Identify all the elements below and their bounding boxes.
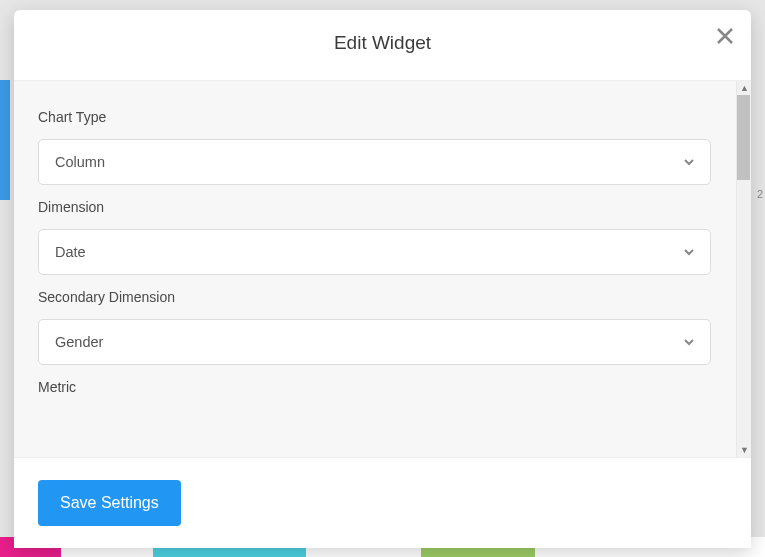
dimension-label: Dimension xyxy=(38,199,711,215)
scrollbar-thumb[interactable] xyxy=(737,95,750,180)
scroll-up-arrow-icon[interactable]: ▲ xyxy=(737,81,751,95)
chevron-down-icon xyxy=(682,155,696,169)
secondary-dimension-group: Secondary Dimension Gender xyxy=(38,289,711,365)
chart-type-label: Chart Type xyxy=(38,109,711,125)
metric-group: Metric xyxy=(38,379,711,395)
scroll-down-arrow-icon[interactable]: ▼ xyxy=(737,443,751,457)
close-button[interactable] xyxy=(713,24,737,48)
secondary-dimension-select[interactable]: Gender xyxy=(38,319,711,365)
chevron-down-icon xyxy=(682,245,696,259)
modal-body: Chart Type Column Dimension Date xyxy=(14,81,751,457)
chart-type-group: Chart Type Column xyxy=(38,109,711,185)
modal-footer: Save Settings xyxy=(14,457,751,548)
chevron-down-icon xyxy=(682,335,696,349)
chart-type-value: Column xyxy=(55,154,105,170)
secondary-dimension-value: Gender xyxy=(55,334,103,350)
dimension-group: Dimension Date xyxy=(38,199,711,275)
backdrop-number: 2 xyxy=(757,188,763,200)
secondary-dimension-label: Secondary Dimension xyxy=(38,289,711,305)
dimension-select[interactable]: Date xyxy=(38,229,711,275)
modal-header: Edit Widget xyxy=(14,10,751,80)
close-icon xyxy=(716,27,734,45)
edit-widget-modal: Edit Widget Chart Type Column Dimension … xyxy=(14,10,751,548)
metric-label: Metric xyxy=(38,379,711,395)
modal-body-wrap: Chart Type Column Dimension Date xyxy=(14,80,751,457)
modal-title: Edit Widget xyxy=(34,32,731,54)
backdrop-accent xyxy=(0,80,10,200)
dimension-value: Date xyxy=(55,244,86,260)
chart-type-select[interactable]: Column xyxy=(38,139,711,185)
save-settings-button[interactable]: Save Settings xyxy=(38,480,181,526)
scrollbar[interactable]: ▲ ▼ xyxy=(736,81,751,457)
